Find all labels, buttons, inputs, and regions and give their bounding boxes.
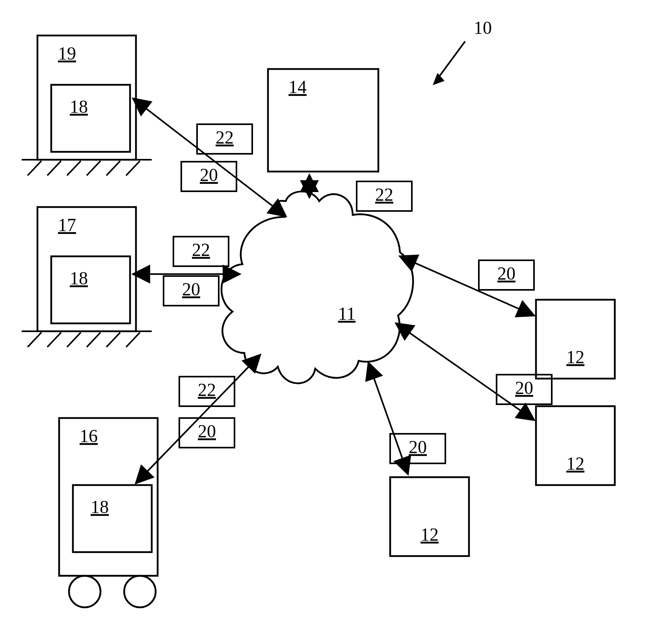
link-client-mid <box>396 323 534 420</box>
diagram-title-ref: 10 <box>433 18 492 85</box>
building-19: 19 18 <box>22 35 152 175</box>
label-20-cb-text: 20 <box>409 437 427 457</box>
link-label-22-mid: 22 <box>173 237 229 266</box>
ref-11-label: 11 <box>338 304 355 324</box>
label-22-top-text: 22 <box>216 127 234 147</box>
svg-line-20 <box>67 332 81 347</box>
svg-point-29 <box>124 576 156 607</box>
svg-line-7 <box>28 161 41 175</box>
ref-18-mid-label: 18 <box>70 268 88 288</box>
svg-line-11 <box>106 161 120 175</box>
svg-rect-2 <box>268 69 378 172</box>
svg-line-21 <box>87 332 100 347</box>
label-20-ct-text: 20 <box>497 263 515 284</box>
svg-line-0 <box>437 41 465 79</box>
svg-rect-16 <box>51 256 130 323</box>
svg-line-10 <box>87 161 100 175</box>
client-12-top: 12 <box>536 300 615 379</box>
link-label-20-cart: 20 <box>179 418 234 448</box>
label-22-server-text: 22 <box>375 185 393 205</box>
link-label-20-mid: 20 <box>164 276 219 306</box>
server-box-14: 14 <box>268 69 378 172</box>
ref-16-label: 16 <box>80 426 98 446</box>
svg-line-9 <box>67 161 81 175</box>
network-cloud-11: 11 <box>221 192 413 383</box>
svg-line-23 <box>126 332 140 347</box>
label-22-mid-text: 22 <box>192 240 210 260</box>
svg-line-12 <box>126 161 140 175</box>
link-label-20-top: 20 <box>181 162 236 191</box>
label-22-cart-text: 22 <box>198 380 216 400</box>
svg-line-22 <box>106 332 120 347</box>
svg-point-28 <box>69 576 100 607</box>
svg-line-8 <box>47 161 61 175</box>
building-17: 17 18 <box>22 207 152 347</box>
label-20-mid-text: 20 <box>182 279 200 299</box>
ref-17-label: 17 <box>58 215 76 235</box>
link-client-bottom <box>368 363 408 474</box>
ref-19-label: 19 <box>58 43 76 63</box>
ref-14-label: 14 <box>288 77 307 97</box>
link-label-20-client-top: 20 <box>479 260 534 290</box>
ref-18-cart-label: 18 <box>91 497 109 517</box>
network-diagram: 10 14 11 22 19 18 22 <box>0 0 655 644</box>
link-label-22-server: 22 <box>357 181 412 211</box>
svg-rect-5 <box>51 85 130 152</box>
link-label-22-top: 22 <box>197 124 252 154</box>
link-16-to-11 <box>136 355 260 483</box>
client-12-bottom: 12 <box>390 477 469 556</box>
ref-12-bottom-label: 12 <box>421 525 439 545</box>
ref-12-mid-label: 12 <box>566 454 584 474</box>
ref-18-top-label: 18 <box>70 97 88 117</box>
client-12-mid: 12 <box>536 406 615 485</box>
ref-12-top-label: 12 <box>566 347 584 367</box>
svg-rect-27 <box>73 485 152 552</box>
svg-line-19 <box>47 332 61 347</box>
svg-line-18 <box>28 332 41 347</box>
label-20-top-text: 20 <box>200 165 218 185</box>
cart-16: 16 18 <box>59 418 158 607</box>
svg-marker-1 <box>433 73 445 85</box>
label-20-cm-text: 20 <box>515 378 533 398</box>
label-20-cart-text: 20 <box>198 421 216 441</box>
ref-10-label: 10 <box>474 18 492 38</box>
link-label-22-cart: 22 <box>179 377 234 406</box>
link-19-to-11 <box>133 99 286 216</box>
